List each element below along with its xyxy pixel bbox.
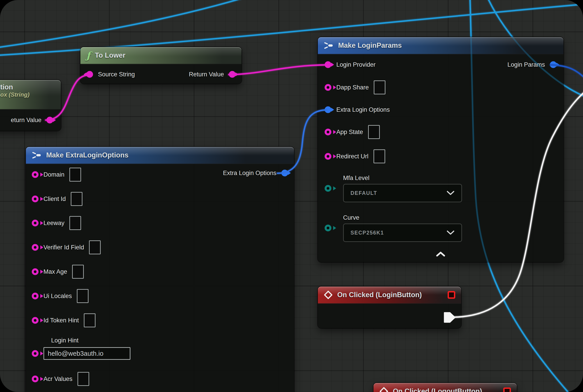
mfa-level-dropdown[interactable]: DEFAULT [343, 184, 462, 202]
redirect-url-pin[interactable] [324, 153, 331, 160]
pin-row-max-age: Max Age [32, 265, 84, 278]
delegate-bind-icon[interactable] [503, 388, 511, 392]
leeway-pin[interactable] [32, 220, 38, 226]
function-f-icon: ƒ [86, 50, 90, 61]
node-subtitle-fragment: ox (String) [0, 91, 55, 98]
pin-row-id-token-hint: Id Token Hint [32, 314, 96, 327]
node-make-extra-login-options[interactable]: Make ExtraLoginOptions Extra Login Optio… [26, 147, 294, 392]
source-string-pin[interactable] [86, 71, 93, 78]
curve-pin[interactable] [324, 224, 331, 231]
node-on-clicked-login-button[interactable]: On Clicked (LoginButton) [318, 286, 461, 328]
node-title: To Lower [95, 51, 125, 60]
client-id-input[interactable] [71, 192, 82, 206]
node-title: Make LoginParams [338, 42, 402, 50]
pin-row-leeway: Leeway [32, 216, 81, 230]
make-struct-icon [32, 152, 42, 159]
pin-row-ui-locales: Ui Locales [32, 289, 88, 303]
pin-row-login-hint: Login Hint hello@web3auth.io [32, 337, 130, 360]
chevron-down-icon [446, 190, 454, 196]
client-id-pin[interactable] [32, 196, 38, 202]
pin-row-curve: Curve SECP256K1 [343, 214, 462, 242]
ui-locales-input[interactable] [77, 289, 88, 303]
pin-row-acr-values: Acr Values [32, 372, 89, 386]
acr-values-input[interactable] [78, 372, 89, 386]
node-partial-function[interactable]: tion ox (String) eturn Value [0, 80, 61, 131]
leeway-input[interactable] [70, 216, 81, 230]
max-age-pin[interactable] [32, 268, 38, 275]
make-struct-icon [324, 42, 334, 49]
event-icon [379, 387, 388, 392]
chevron-down-icon [446, 230, 454, 235]
return-value-pin[interactable] [46, 117, 53, 124]
domain-input[interactable] [70, 168, 81, 182]
pin-row-dapp-share: Dapp Share [324, 81, 386, 94]
pin-row-app-state: App State [324, 125, 380, 139]
pin-row-redirect-url: Redirect Url [324, 150, 385, 163]
extra-login-options-output-pin[interactable] [281, 170, 288, 176]
app-state-input[interactable] [368, 125, 380, 139]
blueprint-canvas[interactable]: tion ox (String) eturn Value ƒ To Lower … [0, 0, 583, 392]
dapp-share-pin[interactable] [324, 84, 331, 91]
pin-label-extra-login-options-out: Extra Login Options [223, 170, 276, 177]
dapp-share-input[interactable] [374, 80, 386, 94]
ui-locales-pin[interactable] [32, 293, 38, 300]
return-value-pin[interactable] [229, 71, 236, 78]
exec-output-pin[interactable] [444, 312, 456, 323]
node-make-login-params[interactable]: Make LoginParams Login Params Login Prov… [318, 37, 564, 262]
domain-pin[interactable] [32, 171, 38, 178]
mfa-level-pin[interactable] [324, 185, 331, 192]
redirect-url-input[interactable] [374, 149, 385, 163]
verifier-id-field-input[interactable] [89, 240, 101, 254]
pin-row-extra-login-options: Extra Login Options [324, 103, 390, 116]
login-hint-pin[interactable] [32, 350, 38, 357]
pin-label-return-value: Return Value [189, 71, 224, 78]
collapse-node-button[interactable] [436, 251, 446, 257]
login-hint-input[interactable]: hello@web3auth.io [44, 347, 130, 360]
delegate-bind-icon[interactable] [448, 291, 455, 299]
pin-row-login-provider: Login Provider [324, 58, 376, 72]
node-title-fragment: tion [0, 83, 55, 91]
extra-login-options-input-pin[interactable] [324, 106, 331, 113]
wire-tolower-to-login-provider[interactable] [229, 65, 326, 74]
id-token-hint-input[interactable] [84, 313, 96, 327]
pin-row-verifier-id-field: Verifier Id Field [32, 240, 101, 254]
pin-label-source-string: Source String [98, 71, 135, 78]
app-state-pin[interactable] [324, 129, 331, 136]
pin-row-domain: Domain [32, 168, 81, 181]
node-title: On Clicked (LogoutButton) [393, 387, 482, 392]
node-title: Make ExtraLoginOptions [46, 151, 128, 159]
event-icon [324, 290, 333, 300]
pin-row-mfa-level: Mfa Level DEFAULT [343, 174, 462, 202]
cable-cyan-top-a[interactable] [0, 0, 248, 48]
node-title: On Clicked (LoginButton) [337, 291, 422, 299]
id-token-hint-pin[interactable] [32, 317, 38, 324]
pin-row-client-id: Client Id [32, 192, 82, 206]
login-provider-pin[interactable] [324, 61, 331, 68]
pin-label-return-value-fragment: eturn Value [11, 117, 42, 124]
acr-values-pin[interactable] [32, 376, 38, 382]
pin-label-login-params: Login Params [507, 61, 545, 68]
max-age-input[interactable] [72, 265, 84, 279]
verifier-id-field-pin[interactable] [32, 244, 38, 251]
login-params-output-pin[interactable] [550, 61, 557, 68]
curve-dropdown[interactable]: SECP256K1 [343, 224, 462, 242]
node-on-clicked-logout-button[interactable]: On Clicked (LogoutButton) [374, 383, 517, 392]
node-to-lower[interactable]: ƒ To Lower Source String Return Value [80, 47, 242, 84]
